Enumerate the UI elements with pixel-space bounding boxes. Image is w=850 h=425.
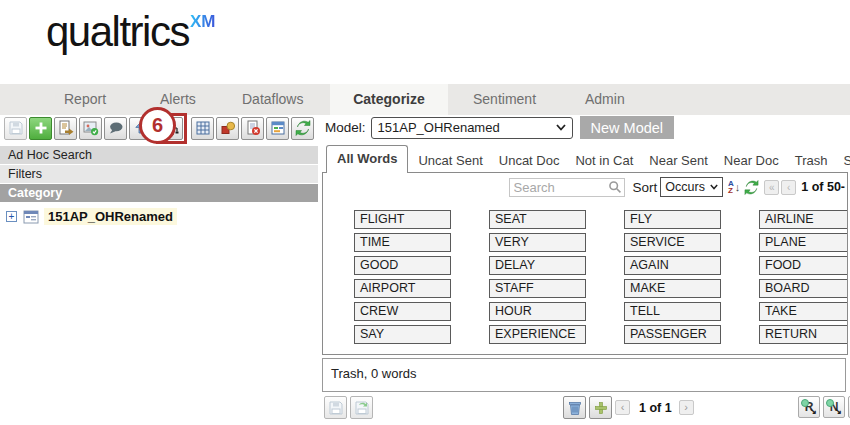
sidebar-section-filters[interactable]: Filters (0, 165, 318, 184)
new-model-button[interactable]: New Model (580, 116, 675, 139)
save-refresh-button[interactable] (350, 396, 373, 419)
prev-page-button[interactable]: ‹ (781, 180, 796, 195)
word-box[interactable]: FLIGHT (354, 210, 451, 229)
word-box[interactable]: SEAT (489, 210, 586, 229)
trash-summary: Trash, 0 words (331, 366, 417, 381)
word-box[interactable]: CREW (354, 302, 451, 321)
export-document-button[interactable] (54, 117, 77, 140)
word-column: SEATVERYDELAYSTAFFHOUREXPERIENCE (489, 210, 586, 344)
refresh-button[interactable] (291, 117, 314, 140)
tab-uncat-sent[interactable]: Uncat Sent (410, 148, 490, 173)
word-box[interactable]: FOOD (759, 256, 848, 275)
tab-trash[interactable]: Trash (787, 148, 836, 173)
sort-label: Sort (633, 180, 658, 195)
comment-button[interactable] (104, 117, 127, 140)
green-dot-icon (801, 399, 809, 407)
word-box[interactable]: TAKE (759, 302, 848, 321)
word-box[interactable]: DELAY (489, 256, 586, 275)
save-icon (328, 400, 344, 416)
refresh-icon (744, 180, 759, 195)
plus-icon (33, 120, 49, 136)
trash-button[interactable] (563, 396, 586, 419)
comment-icon (108, 120, 124, 136)
tab-near-sent[interactable]: Near Sent (641, 148, 716, 173)
save-refresh-icon (354, 400, 370, 416)
word-box[interactable]: FLY (624, 210, 721, 229)
sidebar-section-category[interactable]: Category (0, 184, 318, 203)
grid-button[interactable] (191, 117, 214, 140)
sort-az-icon[interactable]: AZ↓ (728, 180, 740, 194)
bottom-toolbar: ‹ 1 of 1 › R↘ N↘ Δ (0, 396, 850, 422)
tab-categorize[interactable]: Categorize (330, 84, 448, 115)
save-button[interactable] (4, 117, 27, 140)
word-box[interactable]: VERY (489, 233, 586, 252)
word-box[interactable]: RETURN (759, 325, 848, 344)
chevron-down-icon (710, 184, 718, 190)
grid-icon (195, 120, 211, 136)
n-node-button[interactable]: N↘ (823, 396, 845, 418)
bottom-pagination: 1 of 1 (639, 401, 672, 415)
nav-report[interactable]: Report (64, 84, 106, 115)
word-box[interactable]: SAY (354, 325, 451, 344)
first-page-button[interactable]: « (764, 180, 779, 195)
sort-select[interactable]: Occurs (660, 177, 723, 197)
word-box[interactable]: TIME (354, 233, 451, 252)
model-node-icon (23, 210, 39, 224)
tab-all-words[interactable]: All Words (326, 145, 408, 173)
tab-uncat-doc[interactable]: Uncat Doc (491, 148, 568, 173)
image-approve-icon (83, 120, 99, 136)
model-select-value: 151AP_OHRenamed (378, 120, 500, 135)
tab-admin[interactable]: Admin (585, 84, 625, 115)
delete-document-button[interactable] (241, 117, 264, 140)
expand-plus-icon[interactable]: + (6, 211, 17, 222)
export-document-icon (58, 120, 74, 136)
model-bar: Model: 151AP_OHRenamed New Model (325, 116, 674, 139)
word-box[interactable]: MAKE (624, 279, 721, 298)
logo-xm-superscript: XM (190, 12, 216, 31)
tab-sentiment[interactable]: Sentiment (473, 84, 536, 115)
word-box[interactable]: STAFF (489, 279, 586, 298)
save-words-button[interactable] (324, 396, 347, 419)
prev-page-bottom-button[interactable]: ‹ (615, 400, 630, 415)
shapes-icon (220, 120, 236, 136)
word-box[interactable]: TELL (624, 302, 721, 321)
report-icon (270, 120, 286, 136)
save-icon (8, 120, 24, 136)
add-word-button[interactable] (589, 396, 612, 419)
logo-text: qualtrics (46, 8, 189, 55)
refresh-icon (295, 120, 311, 136)
search-icon (608, 180, 622, 194)
next-page-bottom-button[interactable]: › (679, 400, 694, 415)
r-node-button[interactable]: R↘ (798, 396, 820, 418)
word-box[interactable]: EXPERIENCE (489, 325, 586, 344)
refresh-words-button[interactable] (744, 180, 759, 195)
trash-icon (567, 400, 583, 416)
word-box[interactable]: GOOD (354, 256, 451, 275)
word-box[interactable]: PASSENGER (624, 325, 721, 344)
tab-near-doc[interactable]: Near Doc (716, 148, 787, 173)
word-grid: FLIGHTTIMEGOODAIRPORTCREWSAYSEATVERYDELA… (354, 210, 848, 344)
delete-document-icon (245, 120, 261, 136)
word-box[interactable]: AIRPORT (354, 279, 451, 298)
model-select[interactable]: 151AP_OHRenamed (371, 117, 573, 139)
sidebar: Ad Hoc Search Filters Category + 151AP_O… (0, 146, 318, 225)
tab-structured[interactable]: Structured (836, 148, 850, 173)
word-box[interactable]: AGAIN (624, 256, 721, 275)
word-box[interactable]: HOUR (489, 302, 586, 321)
nav-dataflows[interactable]: Dataflows (242, 84, 303, 115)
word-column: AIRLINEPLANEFOODBOARDTAKERETURN (759, 210, 848, 344)
sidebar-section-adhoc-search[interactable]: Ad Hoc Search (0, 146, 318, 165)
word-box[interactable]: PLANE (759, 233, 848, 252)
word-box[interactable]: AIRLINE (759, 210, 848, 229)
category-tree-item[interactable]: + 151AP_OHRenamed (0, 203, 318, 225)
shapes-button[interactable] (216, 117, 239, 140)
sort-select-value: Occurs (665, 180, 705, 194)
qualtrics-logo: qualtricsXM (46, 8, 214, 56)
word-box[interactable]: SERVICE (624, 233, 721, 252)
report-button[interactable] (266, 117, 289, 140)
add-button[interactable] (29, 117, 52, 140)
tab-not-in-cat[interactable]: Not in Cat (567, 148, 641, 173)
image-approve-button[interactable] (79, 117, 102, 140)
arrow-icon: ↘ (834, 406, 842, 416)
word-box[interactable]: BOARD (759, 279, 848, 298)
